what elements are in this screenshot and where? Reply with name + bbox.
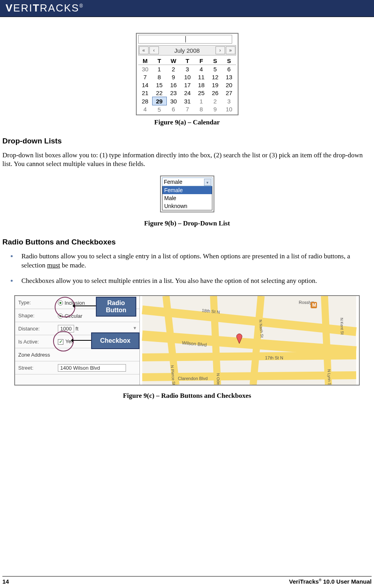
calendar-day[interactable]: 13 bbox=[222, 73, 236, 81]
calendar-day[interactable]: 18 bbox=[195, 81, 208, 89]
calendar-day[interactable]: 6 bbox=[222, 65, 236, 73]
dropdown-value: Female bbox=[164, 179, 183, 185]
checkbox-callout-arrow bbox=[72, 340, 91, 341]
dropdown-arrow-icon[interactable]: ▾ bbox=[204, 179, 211, 186]
map-label: 17th St N bbox=[265, 355, 283, 360]
calendar-dow: S bbox=[208, 57, 222, 65]
calendar-day[interactable]: 4 bbox=[195, 65, 208, 73]
calendar-navbar: « ‹ July 2008 › » bbox=[138, 45, 236, 55]
brand-logo: VERITRACKS® bbox=[6, 2, 84, 14]
calendar-dow: M bbox=[138, 57, 153, 65]
calendar-dow: S bbox=[222, 57, 236, 65]
street-input[interactable]: 1400 Wilson Blvd bbox=[58, 364, 126, 372]
calendar-widget: « ‹ July 2008 › » MTWTFSS301234567891011… bbox=[136, 33, 239, 115]
calendar-day[interactable]: 15 bbox=[152, 81, 166, 89]
calendar-day[interactable]: 21 bbox=[138, 89, 153, 97]
label-isactive: Is Active: bbox=[15, 335, 55, 348]
calendar-dow: W bbox=[166, 57, 181, 65]
calendar-day[interactable]: 10 bbox=[222, 105, 236, 114]
calendar-grid[interactable]: MTWTFSS301234567891011121314151617181920… bbox=[138, 57, 236, 113]
calendar-day[interactable]: 7 bbox=[181, 105, 195, 114]
figure-c-caption: Figure 9(c) – Radio Buttons and Checkbox… bbox=[0, 392, 374, 400]
calendar-day[interactable]: 29 bbox=[152, 97, 166, 105]
calendar-day[interactable]: 10 bbox=[181, 73, 195, 81]
dropdown-option[interactable]: Male bbox=[162, 194, 212, 202]
label-distance: Distance: bbox=[15, 322, 55, 335]
calendar-dow: F bbox=[195, 57, 208, 65]
calendar-text-input[interactable] bbox=[138, 35, 232, 44]
calendar-next-button[interactable]: › bbox=[216, 46, 225, 54]
figure-b-caption: Figure 9(b) – Drop-Down List bbox=[0, 220, 374, 227]
map-panel[interactable]: 18th St N Wilson Blvd 17th St N Clarendo… bbox=[139, 296, 359, 385]
metro-icon: M bbox=[312, 302, 316, 308]
calendar-day[interactable]: 28 bbox=[138, 97, 153, 105]
calendar-day[interactable]: 2 bbox=[166, 65, 181, 73]
calendar-day[interactable]: 12 bbox=[208, 73, 222, 81]
calendar-prev-button[interactable]: ‹ bbox=[149, 46, 159, 54]
map-label: N Ode St bbox=[216, 373, 221, 385]
calendar-dow: T bbox=[152, 57, 166, 65]
calendar-day[interactable]: 16 bbox=[166, 81, 181, 89]
figure-a-caption: Figure 9(a) – Calendar bbox=[0, 118, 374, 126]
dropdown-option[interactable]: Unknown bbox=[162, 202, 212, 210]
calendar-day[interactable]: 1 bbox=[152, 65, 166, 73]
calendar-day[interactable]: 6 bbox=[166, 105, 181, 114]
calendar-day[interactable]: 3 bbox=[222, 97, 236, 105]
calendar-day[interactable]: 3 bbox=[181, 65, 195, 73]
dropdown-option[interactable]: Female bbox=[162, 186, 212, 194]
map-label: N Kent St bbox=[340, 318, 344, 335]
distance-unit: ft bbox=[76, 326, 78, 332]
calendar-day[interactable]: 5 bbox=[152, 105, 166, 114]
calendar-day[interactable]: 26 bbox=[208, 89, 222, 97]
calendar-title: July 2008 bbox=[159, 47, 215, 54]
bullet-radio: Radio buttons allow you to select a sing… bbox=[17, 252, 374, 270]
calendar-dow: T bbox=[181, 57, 195, 65]
calendar-day[interactable]: 5 bbox=[208, 65, 222, 73]
calendar-day[interactable]: 11 bbox=[195, 73, 208, 81]
radio-checkbox-heading: Radio Buttons and Checkboxes bbox=[0, 238, 374, 246]
map-label: N Lynn St bbox=[327, 369, 332, 385]
form-map-figure: Type: Inclusion Shape: Circular Distance… bbox=[14, 295, 360, 386]
radio-callout-arrow bbox=[74, 305, 96, 306]
page-number: 14 bbox=[2, 578, 9, 585]
calendar-day[interactable]: 1 bbox=[195, 97, 208, 105]
radio-callout-tag: Radio Button bbox=[96, 297, 136, 317]
calendar-day[interactable]: 14 bbox=[138, 81, 153, 89]
calendar-day[interactable]: 4 bbox=[138, 105, 153, 114]
calendar-day[interactable]: 9 bbox=[208, 105, 222, 114]
calendar-day[interactable]: 27 bbox=[222, 89, 236, 97]
calendar-first-button[interactable]: « bbox=[139, 46, 149, 54]
calendar-day[interactable]: 9 bbox=[166, 73, 181, 81]
page-footer: 14 VeriTracks® 10.0 User Manual bbox=[2, 576, 372, 585]
calendar-day[interactable]: 30 bbox=[138, 65, 153, 73]
label-street: Street: bbox=[15, 361, 55, 374]
label-shape: Shape: bbox=[15, 309, 55, 322]
calendar-day[interactable]: 2 bbox=[208, 97, 222, 105]
header-bar: VERITRACKS® bbox=[0, 0, 374, 17]
label-type: Type: bbox=[15, 296, 55, 309]
calendar-day[interactable]: 31 bbox=[181, 97, 195, 105]
calendar-day[interactable]: 30 bbox=[166, 97, 181, 105]
calendar-day[interactable]: 25 bbox=[195, 89, 208, 97]
checkbox-callout-tag: Checkbox bbox=[91, 332, 139, 349]
calendar-day[interactable]: 20 bbox=[222, 81, 236, 89]
calendar-day[interactable]: 24 bbox=[181, 89, 195, 97]
calendar-day[interactable]: 8 bbox=[195, 105, 208, 114]
dropdown-options-list[interactable]: FemaleMaleUnknown bbox=[162, 186, 212, 210]
calendar-day[interactable]: 23 bbox=[166, 89, 181, 97]
dropdown-lists-heading: Drop-down Lists bbox=[0, 137, 374, 145]
calendar-day[interactable]: 7 bbox=[138, 73, 153, 81]
calendar-last-button[interactable]: » bbox=[226, 46, 235, 54]
calendar-day[interactable]: 19 bbox=[208, 81, 222, 89]
dropdown-widget: Female ▾ FemaleMaleUnknown bbox=[160, 176, 214, 212]
calendar-day[interactable]: 17 bbox=[181, 81, 195, 89]
map-label: Clarendon Blvd bbox=[178, 376, 208, 381]
zone-address-header: Zone Address bbox=[15, 348, 139, 361]
dropdown-input[interactable]: Female ▾ bbox=[162, 178, 212, 186]
bullet-checkbox: Checkboxes allow you to select multiple … bbox=[17, 277, 374, 286]
calendar-day[interactable]: 8 bbox=[152, 73, 166, 81]
calendar-day[interactable]: 22 bbox=[152, 89, 166, 97]
footer-right: VeriTracks® 10.0 User Manual bbox=[289, 578, 372, 585]
dropdown-lists-paragraph: Drop-down list boxes allow you to: (1) t… bbox=[0, 151, 374, 168]
